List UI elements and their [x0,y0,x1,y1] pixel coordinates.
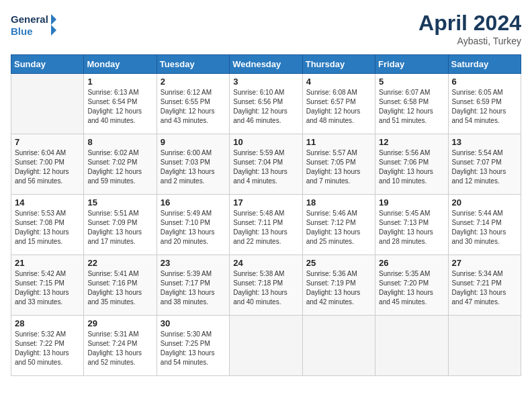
calendar-cell: 27Sunrise: 5:34 AM Sunset: 7:21 PM Dayli… [448,255,521,316]
calendar-cell: 8Sunrise: 6:02 AM Sunset: 7:02 PM Daylig… [84,134,157,195]
day-number: 3 [233,77,298,87]
day-info: Sunrise: 6:04 AM Sunset: 7:00 PM Dayligh… [15,148,80,186]
day-info: Sunrise: 5:38 AM Sunset: 7:18 PM Dayligh… [233,269,298,307]
calendar-header-row: SundayMondayTuesdayWednesdayThursdayFrid… [11,55,521,74]
day-number: 20 [452,197,517,208]
calendar-cell: 15Sunrise: 5:51 AM Sunset: 7:09 PM Dayli… [84,195,157,255]
week-row-4: 21Sunrise: 5:42 AM Sunset: 7:15 PM Dayli… [11,255,521,316]
calendar-cell [448,316,521,376]
calendar-cell: 17Sunrise: 5:48 AM Sunset: 7:11 PM Dayli… [230,195,302,255]
column-header-friday: Friday [375,55,448,74]
calendar-cell: 20Sunrise: 5:44 AM Sunset: 7:14 PM Dayli… [448,195,521,255]
column-header-saturday: Saturday [448,55,521,74]
day-info: Sunrise: 5:49 AM Sunset: 7:10 PM Dayligh… [161,209,226,246]
day-info: Sunrise: 6:10 AM Sunset: 6:56 PM Dayligh… [233,88,298,126]
svg-marker-2 [51,14,56,36]
day-number: 26 [379,258,444,268]
calendar-cell: 25Sunrise: 5:36 AM Sunset: 7:19 PM Dayli… [302,255,375,316]
logo-svg: General Blue [11,11,58,41]
calendar-cell: 6Sunrise: 6:05 AM Sunset: 6:59 PM Daylig… [448,74,521,134]
day-number: 18 [306,197,371,208]
day-number: 29 [87,318,152,328]
day-number: 6 [452,77,517,87]
day-info: Sunrise: 5:57 AM Sunset: 7:05 PM Dayligh… [306,148,371,186]
calendar-cell: 2Sunrise: 6:12 AM Sunset: 6:55 PM Daylig… [157,74,229,134]
calendar-cell: 11Sunrise: 5:57 AM Sunset: 7:05 PM Dayli… [302,134,375,195]
day-number: 14 [15,197,80,208]
day-info: Sunrise: 6:05 AM Sunset: 6:59 PM Dayligh… [452,88,517,126]
day-info: Sunrise: 5:54 AM Sunset: 7:07 PM Dayligh… [452,148,517,186]
day-info: Sunrise: 5:46 AM Sunset: 7:12 PM Dayligh… [306,209,371,246]
week-row-2: 7Sunrise: 6:04 AM Sunset: 7:00 PM Daylig… [11,134,521,195]
day-info: Sunrise: 5:30 AM Sunset: 7:25 PM Dayligh… [161,330,226,367]
day-info: Sunrise: 6:02 AM Sunset: 7:02 PM Dayligh… [87,148,152,186]
calendar-cell [375,316,448,376]
week-row-1: 1Sunrise: 6:13 AM Sunset: 6:54 PM Daylig… [11,74,521,134]
day-info: Sunrise: 5:44 AM Sunset: 7:14 PM Dayligh… [452,209,517,246]
week-row-3: 14Sunrise: 5:53 AM Sunset: 7:08 PM Dayli… [11,195,521,255]
column-header-monday: Monday [84,55,157,74]
calendar-cell: 23Sunrise: 5:39 AM Sunset: 7:17 PM Dayli… [157,255,229,316]
svg-text:General: General [11,13,48,25]
column-header-tuesday: Tuesday [157,55,229,74]
column-header-thursday: Thursday [302,55,375,74]
calendar-cell: 22Sunrise: 5:41 AM Sunset: 7:16 PM Dayli… [84,255,157,316]
day-info: Sunrise: 6:07 AM Sunset: 6:58 PM Dayligh… [379,88,444,126]
day-info: Sunrise: 5:59 AM Sunset: 7:04 PM Dayligh… [233,148,298,186]
calendar-cell: 21Sunrise: 5:42 AM Sunset: 7:15 PM Dayli… [11,255,84,316]
day-info: Sunrise: 5:32 AM Sunset: 7:22 PM Dayligh… [15,330,80,367]
day-number: 11 [306,137,371,147]
calendar-cell: 7Sunrise: 6:04 AM Sunset: 7:00 PM Daylig… [11,134,84,195]
day-info: Sunrise: 5:45 AM Sunset: 7:13 PM Dayligh… [379,209,444,246]
calendar-cell: 18Sunrise: 5:46 AM Sunset: 7:12 PM Dayli… [302,195,375,255]
day-number: 30 [161,318,226,328]
calendar-cell: 13Sunrise: 5:54 AM Sunset: 7:07 PM Dayli… [448,134,521,195]
calendar-cell: 9Sunrise: 6:00 AM Sunset: 7:03 PM Daylig… [157,134,229,195]
calendar-cell: 4Sunrise: 6:08 AM Sunset: 6:57 PM Daylig… [302,74,375,134]
calendar-cell: 24Sunrise: 5:38 AM Sunset: 7:18 PM Dayli… [230,255,302,316]
logo: General Blue [11,11,58,41]
calendar-cell: 16Sunrise: 5:49 AM Sunset: 7:10 PM Dayli… [157,195,229,255]
day-info: Sunrise: 6:08 AM Sunset: 6:57 PM Dayligh… [306,88,371,126]
day-number: 10 [233,137,298,147]
column-header-wednesday: Wednesday [230,55,302,74]
column-header-sunday: Sunday [11,55,84,74]
calendar-cell: 29Sunrise: 5:31 AM Sunset: 7:24 PM Dayli… [84,316,157,376]
day-info: Sunrise: 6:00 AM Sunset: 7:03 PM Dayligh… [161,148,226,186]
day-number: 13 [452,137,517,147]
calendar-cell: 3Sunrise: 6:10 AM Sunset: 6:56 PM Daylig… [230,74,302,134]
day-number: 5 [379,77,444,87]
calendar-cell: 14Sunrise: 5:53 AM Sunset: 7:08 PM Dayli… [11,195,84,255]
day-number: 28 [15,318,80,328]
day-number: 7 [15,137,80,147]
calendar-cell [230,316,302,376]
calendar-cell [302,316,375,376]
day-info: Sunrise: 6:13 AM Sunset: 6:54 PM Dayligh… [87,88,152,126]
calendar-cell: 5Sunrise: 6:07 AM Sunset: 6:58 PM Daylig… [375,74,448,134]
day-number: 2 [161,77,226,87]
day-number: 22 [87,258,152,268]
title-block: April 2024 Aybasti, Turkey [418,11,521,46]
calendar-cell: 12Sunrise: 5:56 AM Sunset: 7:06 PM Dayli… [375,134,448,195]
day-info: Sunrise: 5:31 AM Sunset: 7:24 PM Dayligh… [87,330,152,367]
month-title: April 2024 [418,11,521,36]
day-info: Sunrise: 5:34 AM Sunset: 7:21 PM Dayligh… [452,269,517,307]
week-row-5: 28Sunrise: 5:32 AM Sunset: 7:22 PM Dayli… [11,316,521,376]
day-number: 8 [87,137,152,147]
calendar-cell [11,74,84,134]
day-info: Sunrise: 5:51 AM Sunset: 7:09 PM Dayligh… [87,209,152,246]
day-info: Sunrise: 5:48 AM Sunset: 7:11 PM Dayligh… [233,209,298,246]
page-header: General Blue April 2024 Aybasti, Turkey [11,11,521,46]
day-number: 16 [161,197,226,208]
day-number: 17 [233,197,298,208]
day-number: 4 [306,77,371,87]
calendar-cell: 19Sunrise: 5:45 AM Sunset: 7:13 PM Dayli… [375,195,448,255]
calendar-cell: 28Sunrise: 5:32 AM Sunset: 7:22 PM Dayli… [11,316,84,376]
day-info: Sunrise: 5:35 AM Sunset: 7:20 PM Dayligh… [379,269,444,307]
day-info: Sunrise: 5:39 AM Sunset: 7:17 PM Dayligh… [161,269,226,307]
day-number: 27 [452,258,517,268]
day-info: Sunrise: 5:41 AM Sunset: 7:16 PM Dayligh… [87,269,152,307]
day-number: 21 [15,258,80,268]
location-subtitle: Aybasti, Turkey [418,36,521,46]
calendar-cell: 10Sunrise: 5:59 AM Sunset: 7:04 PM Dayli… [230,134,302,195]
